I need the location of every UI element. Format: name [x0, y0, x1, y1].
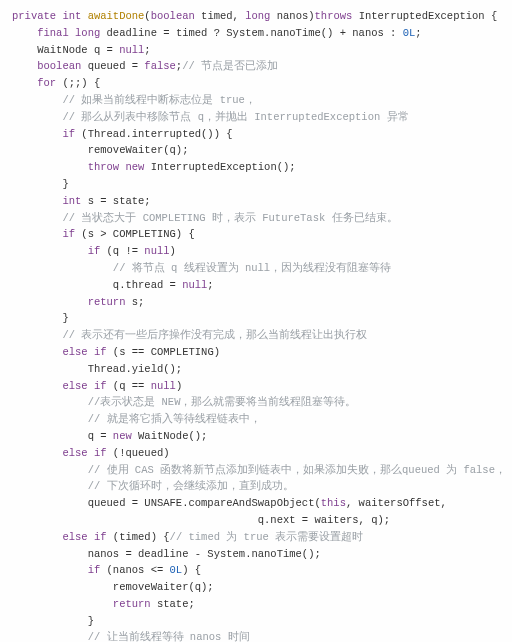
comment: // 将节点 q 线程设置为 null，因为线程没有阻塞等待: [113, 262, 391, 274]
comment: // 下次循环时，会继续添加，直到成功。: [88, 480, 294, 492]
txt: (q ==: [107, 380, 151, 392]
kw-final: final: [37, 27, 69, 39]
txt: (Thread.interrupted()) {: [75, 128, 233, 140]
txt: InterruptedException();: [144, 161, 295, 173]
txt: s;: [125, 296, 144, 308]
txt: (s > COMPLETING) {: [75, 228, 195, 240]
kw-false: false: [144, 60, 176, 72]
num: 0L: [170, 564, 183, 576]
method-name: awaitDone: [88, 10, 145, 22]
txt: s = state;: [81, 195, 150, 207]
comment: // timed 为 true 表示需要设置超时: [170, 531, 364, 543]
txt: (q !=: [100, 245, 144, 257]
txt: (s == COMPLETING): [107, 346, 220, 358]
kw-int: int: [62, 195, 81, 207]
kw-return: return: [113, 598, 151, 610]
comment: // 如果当前线程中断标志位是 true，: [62, 94, 255, 106]
kw-int: int: [62, 10, 81, 22]
kw-private: private: [12, 10, 56, 22]
code-block: private int awaitDone(boolean timed, lon…: [12, 8, 500, 642]
kw-new: new: [113, 430, 132, 442]
txt: WaitNode q =: [37, 44, 119, 56]
txt: q.next = waiters, q);: [258, 514, 390, 526]
kw-return: return: [88, 296, 126, 308]
kw-throw: throw: [88, 161, 120, 173]
comment: // 表示还有一些后序操作没有完成，那么当前线程让出执行权: [62, 329, 367, 341]
txt: removeWaiter(q);: [113, 581, 214, 593]
txt: ;: [415, 27, 421, 39]
txt: , waitersOffset,: [346, 497, 447, 509]
txt: queued =: [81, 60, 144, 72]
txt: ) {: [182, 564, 201, 576]
kw-throws: throws: [315, 10, 353, 22]
txt: nanos): [270, 10, 314, 22]
txt: nanos = deadline - System.nanoTime();: [88, 548, 321, 560]
kw-else: else: [62, 346, 87, 358]
kw-if: if: [88, 564, 101, 576]
txt: }: [62, 312, 68, 324]
txt: }: [62, 178, 68, 190]
txt: ): [176, 380, 182, 392]
txt: }: [88, 615, 94, 627]
comment: // 节点是否已添加: [182, 60, 278, 72]
txt: (;;) {: [56, 77, 100, 89]
kw-null: null: [182, 279, 207, 291]
txt: q.thread =: [113, 279, 182, 291]
txt: queued = UNSAFE.compareAndSwapObject(: [88, 497, 321, 509]
txt: WaitNode();: [132, 430, 208, 442]
kw-if: if: [94, 447, 107, 459]
comment: // 就是将它插入等待线程链表中，: [88, 413, 261, 425]
txt: (timed) {: [107, 531, 170, 543]
kw-null: null: [151, 380, 176, 392]
kw-if: if: [62, 228, 75, 240]
kw-this: this: [321, 497, 346, 509]
kw-null: null: [144, 245, 169, 257]
txt: (!queued): [107, 447, 170, 459]
comment: // 使用 CAS 函数将新节点添加到链表中，如果添加失败，那么queued 为…: [88, 464, 506, 476]
kw-if: if: [62, 128, 75, 140]
txt: ;: [207, 279, 213, 291]
txt: deadline = timed ? System.nanoTime() + n…: [100, 27, 402, 39]
kw-if: if: [88, 245, 101, 257]
kw-if: if: [94, 346, 107, 358]
kw-if: if: [94, 380, 107, 392]
txt: timed,: [195, 10, 245, 22]
kw-else: else: [62, 531, 87, 543]
txt: state;: [151, 598, 195, 610]
num: 0L: [403, 27, 416, 39]
kw-null: null: [119, 44, 144, 56]
txt: removeWaiter(q);: [88, 144, 189, 156]
kw-else: else: [62, 447, 87, 459]
txt: ): [170, 245, 176, 257]
txt: ;: [144, 44, 150, 56]
comment: // 那么从列表中移除节点 q，并抛出 InterruptedException…: [62, 111, 408, 123]
txt: InterruptedException {: [352, 10, 497, 22]
kw-new: new: [125, 161, 144, 173]
txt: (nanos <=: [100, 564, 169, 576]
comment: // 让当前线程等待 nanos 时间: [88, 631, 250, 642]
kw-else: else: [62, 380, 87, 392]
kw-boolean: boolean: [37, 60, 81, 72]
kw-long: long: [75, 27, 100, 39]
kw-boolean: boolean: [151, 10, 195, 22]
comment: // 当状态大于 COMPLETING 时，表示 FutureTask 任务已结…: [62, 212, 397, 224]
txt: q =: [88, 430, 113, 442]
kw-for: for: [37, 77, 56, 89]
kw-long: long: [245, 10, 270, 22]
comment: //表示状态是 NEW，那么就需要将当前线程阻塞等待。: [88, 396, 357, 408]
txt: Thread.yield();: [88, 363, 183, 375]
kw-if: if: [94, 531, 107, 543]
